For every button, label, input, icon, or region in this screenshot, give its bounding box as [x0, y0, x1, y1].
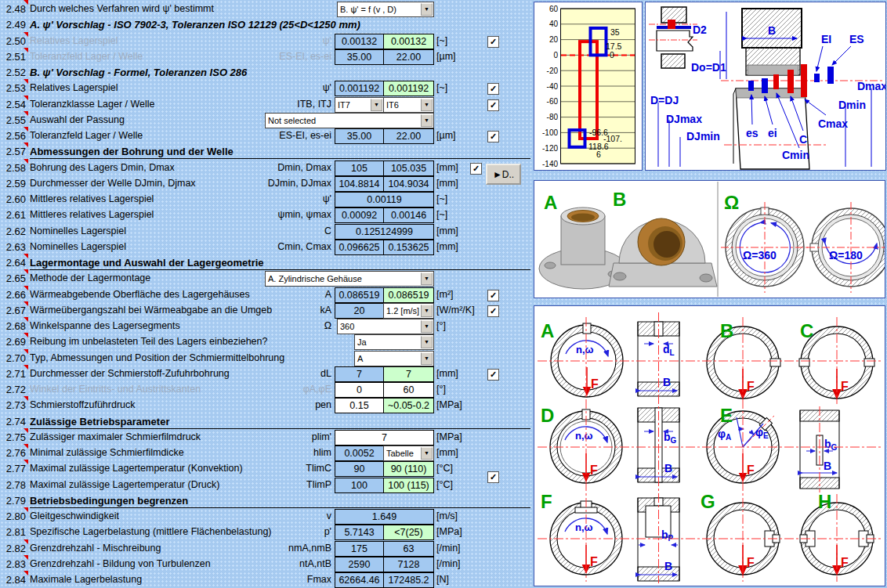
comment-marker-icon[interactable]: [24, 333, 28, 337]
value-cell[interactable]: 0.15: [335, 398, 384, 413]
value-cell[interactable]: 100: [335, 478, 384, 493]
chevron-down-icon[interactable]: ▼: [421, 320, 433, 333]
comment-marker-icon[interactable]: [24, 269, 28, 274]
comment-marker-icon[interactable]: [24, 365, 28, 370]
chevron-down-icon[interactable]: ▼: [421, 272, 433, 285]
value-cell[interactable]: 7: [335, 366, 384, 382]
value-cell[interactable]: 172485.2: [383, 572, 434, 588]
value-cell[interactable]: 20: [335, 303, 384, 319]
comment-marker-icon[interactable]: [24, 286, 28, 290]
value-cell[interactable]: ~0.05-0.2: [383, 398, 434, 413]
result-checkbox[interactable]: ✓: [487, 369, 499, 381]
comment-marker-icon[interactable]: [24, 317, 28, 322]
comment-marker-icon[interactable]: [24, 539, 28, 544]
value-cell[interactable]: <7(25): [383, 525, 434, 540]
comment-marker-icon[interactable]: [24, 48, 28, 52]
value-cell[interactable]: 0.086519: [383, 287, 434, 303]
result-checkbox[interactable]: ✓: [487, 131, 499, 142]
value-cell[interactable]: 0.125124999: [335, 224, 434, 240]
value-cell[interactable]: 5.7143: [335, 525, 384, 540]
goto-d-button[interactable]: ►D..: [486, 164, 521, 185]
value-cell[interactable]: 0.00146: [383, 207, 434, 223]
comment-marker-icon[interactable]: [24, 254, 28, 258]
result-checkbox[interactable]: ✓: [487, 99, 499, 111]
value-cell[interactable]: 0.086519: [335, 287, 384, 303]
dropdown[interactable]: 1.2 [m/s]▼: [383, 303, 434, 319]
result-checkbox[interactable]: ✓: [487, 83, 499, 95]
chevron-down-icon[interactable]: ▼: [371, 99, 382, 111]
unit-label: [mm]: [436, 224, 458, 239]
comment-marker-icon[interactable]: [24, 428, 28, 433]
value-cell[interactable]: 35.00: [335, 128, 384, 144]
comment-marker-icon[interactable]: [24, 32, 28, 37]
value-cell[interactable]: 62664.46: [335, 572, 384, 588]
value-cell[interactable]: 105: [335, 161, 384, 176]
chevron-down-icon[interactable]: ▼: [421, 3, 433, 16]
value-cell[interactable]: 104.8814: [335, 176, 384, 192]
chevron-down-icon[interactable]: ▼: [421, 352, 433, 365]
result-checkbox[interactable]: ✓: [487, 36, 499, 48]
dropdown[interactable]: A. Zylindrische Gehäuse▼: [265, 271, 434, 287]
value-cell[interactable]: 7128: [383, 557, 434, 572]
dropdown[interactable]: Ja▼: [354, 334, 434, 350]
result-checkbox[interactable]: ✓: [487, 290, 499, 301]
value-cell[interactable]: 0.00119: [335, 192, 434, 207]
comment-marker-icon[interactable]: [24, 0, 28, 5]
value-cell[interactable]: 63: [383, 541, 434, 557]
comment-marker-icon[interactable]: [24, 555, 28, 560]
comment-marker-icon[interactable]: [24, 142, 28, 147]
chevron-down-icon[interactable]: ▼: [421, 336, 433, 348]
value-cell[interactable]: 0.001192: [335, 81, 384, 96]
value-cell[interactable]: 60: [383, 382, 434, 398]
value-cell[interactable]: 0.096625: [335, 240, 384, 255]
dropdown[interactable]: A▼: [354, 351, 434, 366]
comment-marker-icon[interactable]: [24, 79, 28, 84]
dropdown[interactable]: IT6▼: [383, 97, 434, 113]
dropdown[interactable]: B. ψ' = f (v , D)▼: [337, 2, 434, 17]
comment-marker-icon[interactable]: [24, 507, 28, 512]
value-cell[interactable]: 0: [335, 382, 384, 398]
value-cell[interactable]: 0.00132: [383, 34, 434, 49]
dropdown[interactable]: Not selected▼: [265, 113, 434, 128]
symbol-label: nmA,nmB: [188, 541, 331, 556]
comment-marker-icon[interactable]: [24, 96, 28, 100]
comment-marker-icon[interactable]: [24, 159, 28, 164]
comment-marker-icon[interactable]: [24, 127, 28, 132]
value-cell[interactable]: 0.001192: [383, 81, 434, 96]
comment-marker-icon[interactable]: [24, 444, 28, 449]
dropdown[interactable]: Tabelle▼: [383, 446, 434, 461]
comment-marker-icon[interactable]: [24, 349, 28, 354]
value-cell[interactable]: 7: [335, 430, 434, 446]
dropdown-value: Tabelle: [386, 449, 414, 458]
result-checkbox[interactable]: ✓: [487, 305, 499, 317]
comment-marker-icon[interactable]: [24, 460, 28, 464]
result-checkbox[interactable]: ✓: [470, 163, 482, 175]
value-cell[interactable]: 1.649: [335, 509, 434, 525]
chevron-down-icon[interactable]: ▼: [421, 114, 433, 127]
value-cell[interactable]: 0.00092: [335, 207, 384, 223]
chevron-down-icon[interactable]: ▼: [421, 305, 433, 317]
value-cell[interactable]: 35.00: [335, 49, 384, 65]
comment-marker-icon[interactable]: [24, 396, 28, 401]
value-cell[interactable]: 0.153625: [383, 240, 434, 255]
value-cell[interactable]: 22.00: [383, 49, 434, 65]
value-cell[interactable]: 104.9034: [383, 176, 434, 192]
value-cell[interactable]: 175: [335, 541, 384, 557]
value-cell[interactable]: 7: [383, 366, 434, 382]
chevron-down-icon[interactable]: ▼: [421, 99, 433, 111]
value-cell[interactable]: 90: [335, 461, 384, 477]
value-cell[interactable]: 0.00132: [335, 34, 384, 49]
row-number: 2.82: [0, 541, 26, 556]
dropdown[interactable]: IT7▼: [335, 97, 384, 113]
value-cell[interactable]: 90 (110): [383, 461, 434, 477]
comment-marker-icon[interactable]: [24, 111, 28, 116]
value-cell[interactable]: 0.0052: [335, 446, 384, 461]
chevron-down-icon[interactable]: ▼: [421, 447, 433, 460]
value-cell[interactable]: 100 (115): [383, 478, 434, 493]
value-cell[interactable]: 2590: [335, 557, 384, 572]
dropdown[interactable]: 360▼: [337, 319, 434, 334]
comment-marker-icon[interactable]: [24, 571, 28, 575]
comment-marker-icon[interactable]: [24, 301, 28, 306]
value-cell[interactable]: 22.00: [383, 128, 434, 144]
value-cell[interactable]: 105.035: [383, 161, 434, 176]
